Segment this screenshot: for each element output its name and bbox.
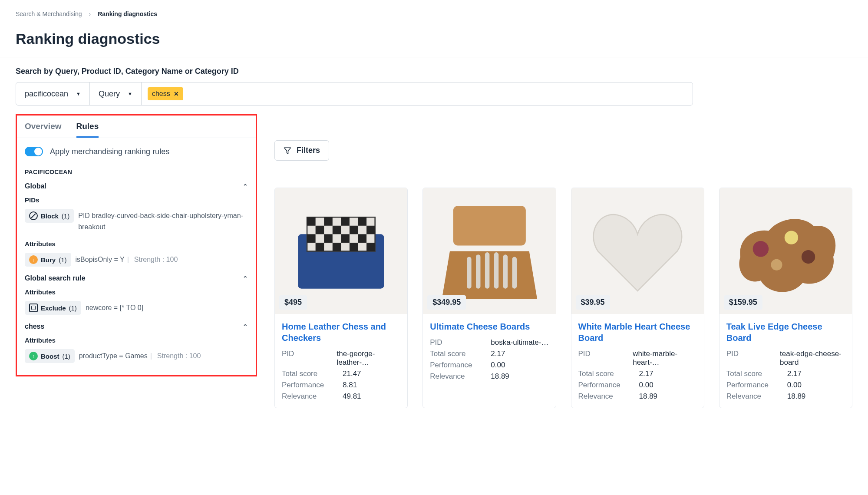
page-title: Ranking diagnostics <box>16 30 852 47</box>
apply-rules-toggle[interactable] <box>25 147 43 156</box>
stat-label: Total score <box>282 370 343 378</box>
stat-label: PID <box>282 350 337 367</box>
svg-marker-0 <box>284 148 291 154</box>
apply-rules-toggle-label: Apply merchandising ranking rules <box>50 147 169 156</box>
product-image-placeholder <box>430 195 549 308</box>
stat-label: Performance <box>430 361 491 370</box>
account-selector[interactable]: pacificocean ▼ <box>16 82 90 105</box>
stat-label: PID <box>430 338 491 347</box>
stat-value: 18.89 <box>491 372 509 381</box>
query-chips-input[interactable]: chess ✕ <box>142 82 693 105</box>
exclude-badge[interactable]: Exclude (1) <box>25 301 81 315</box>
tab-rules[interactable]: Rules <box>76 122 99 138</box>
chevron-up-icon: ⌃ <box>243 183 248 190</box>
bury-icon: ↓ <box>29 255 38 264</box>
chevron-down-icon: ▼ <box>128 91 132 96</box>
stat-label: Total score <box>578 370 639 378</box>
search-label: Search by Query, Product ID, Category Na… <box>16 67 852 76</box>
breadcrumb-parent[interactable]: Search & Merchandising <box>16 10 82 17</box>
product-title[interactable]: Home Leather Chess and Checkers <box>282 321 400 343</box>
account-selector-value: pacificocean <box>25 89 68 99</box>
stat-value: 2.17 <box>639 370 653 378</box>
chevron-up-icon: ⌃ <box>243 323 248 330</box>
product-image-placeholder <box>726 195 845 308</box>
attributes-label: Attributes <box>25 288 248 296</box>
pids-label: PIDs <box>25 196 248 204</box>
mode-selector[interactable]: Query ▼ <box>90 82 142 105</box>
block-icon <box>29 211 38 220</box>
exclude-condition: newcore = [* TO 0] <box>86 301 143 314</box>
product-title[interactable]: Ultimate Cheese Boards <box>430 321 548 332</box>
exclude-badge-label: Exclude <box>41 304 66 312</box>
stat-label: PID <box>578 350 633 367</box>
filter-icon <box>284 147 291 155</box>
svg-rect-10 <box>366 225 375 234</box>
rule-group-global-search[interactable]: Global search rule ⌃ <box>25 274 248 282</box>
stat-value: teak-edge-cheese-board <box>780 350 845 367</box>
stat-value: 0.00 <box>491 361 505 370</box>
rule-group-chess[interactable]: chess ⌃ <box>25 323 248 330</box>
query-chip-label: chess <box>152 90 170 98</box>
close-icon[interactable]: ✕ <box>174 90 179 97</box>
tab-overview[interactable]: Overview <box>25 122 62 138</box>
svg-rect-17 <box>350 242 358 251</box>
boost-badge[interactable]: ↑ Boost (1) <box>25 349 75 363</box>
svg-rect-11 <box>307 234 316 243</box>
block-badge-count: (1) <box>62 212 69 220</box>
product-image: $495 <box>275 188 407 314</box>
exclude-icon <box>29 304 38 312</box>
product-image: $39.95 <box>571 188 704 314</box>
stat-value: 8.81 <box>343 381 357 389</box>
svg-rect-26 <box>512 257 516 288</box>
svg-rect-13 <box>341 234 350 243</box>
attributes-label: Attributes <box>25 240 248 248</box>
rule-group-title: chess <box>25 323 44 330</box>
product-title[interactable]: Teak Live Edge Cheese Board <box>726 321 845 343</box>
query-chip: chess ✕ <box>148 87 183 100</box>
product-grid: $495 Home Leather Chess and Checkers PID… <box>274 188 852 408</box>
product-title[interactable]: White Marble Heart Cheese Board <box>578 321 697 343</box>
block-badge-label: Block <box>41 212 59 220</box>
boost-badge-label: Boost <box>41 353 59 360</box>
svg-point-27 <box>753 241 769 257</box>
filters-button[interactable]: Filters <box>274 140 329 161</box>
stat-value: 21.47 <box>343 370 361 378</box>
stat-value: 0.00 <box>639 381 653 389</box>
svg-rect-16 <box>333 242 341 251</box>
svg-rect-3 <box>307 217 316 226</box>
svg-rect-12 <box>324 234 333 243</box>
svg-rect-6 <box>358 217 367 226</box>
stat-value: boska-ultimate-… <box>491 338 548 347</box>
svg-rect-9 <box>350 225 358 234</box>
stat-value: 2.17 <box>787 370 802 378</box>
product-image: $349.95 <box>423 188 555 314</box>
svg-rect-7 <box>316 225 324 234</box>
results-area: Filters $495 Home Leather Chess and Che <box>274 114 852 408</box>
rule-bury: ↓ Bury (1) isBopisOnly = Y|Strength : 10… <box>25 253 248 267</box>
svg-rect-15 <box>316 242 324 251</box>
chevron-up-icon: ⌃ <box>243 275 248 282</box>
search-bar: pacificocean ▼ Query ▼ chess ✕ <box>16 82 693 106</box>
svg-rect-14 <box>358 234 367 243</box>
svg-rect-8 <box>333 225 341 234</box>
price-tag: $159.95 <box>724 295 762 310</box>
attributes-label: Attributes <box>25 337 248 344</box>
boost-condition: productType = Games|Strength : 100 <box>79 349 201 362</box>
stat-value: white-marble-heart-… <box>633 350 697 367</box>
svg-rect-25 <box>503 254 507 288</box>
rule-group-global[interactable]: Global ⌃ <box>25 182 248 190</box>
svg-rect-19 <box>453 206 525 245</box>
svg-point-30 <box>771 259 782 270</box>
stat-value: 0.00 <box>787 381 802 389</box>
product-card: $159.95 Teak Live Edge Cheese Board PIDt… <box>719 188 852 408</box>
boost-icon: ↑ <box>29 352 38 360</box>
chevron-down-icon: ▼ <box>76 91 81 96</box>
svg-point-29 <box>802 250 815 263</box>
block-badge[interactable]: Block (1) <box>25 209 74 223</box>
bury-badge-count: (1) <box>59 256 66 264</box>
stat-label: Relevance <box>578 392 639 401</box>
bury-badge[interactable]: ↓ Bury (1) <box>25 253 71 267</box>
rules-sidebar: Overview Rules Apply merchandising ranki… <box>16 114 257 376</box>
stat-label: Relevance <box>430 372 491 381</box>
rule-block: Block (1) PID bradley-curved-back-side-c… <box>25 209 248 232</box>
